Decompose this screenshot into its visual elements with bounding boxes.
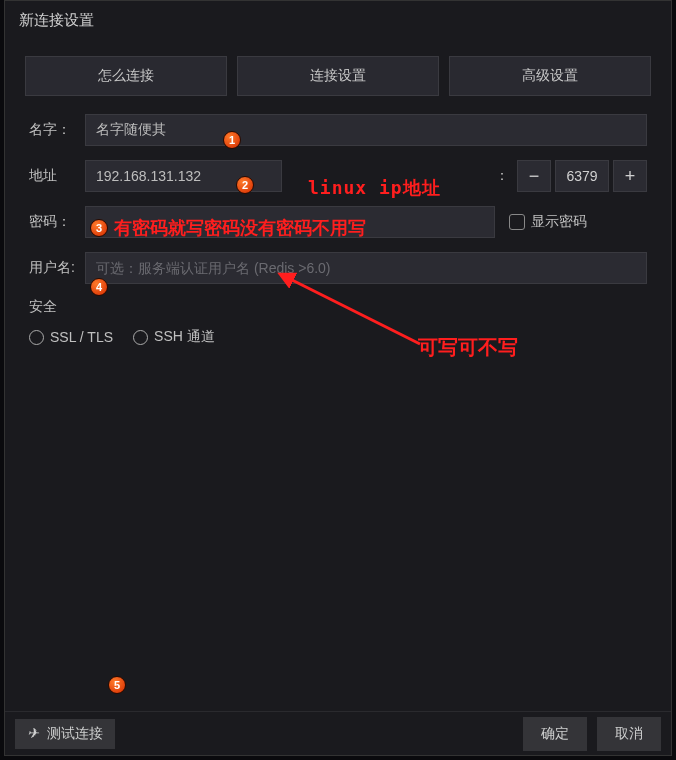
annotation-password-note: 有密码就写密码没有密码不用写	[114, 216, 366, 240]
port-input[interactable]	[555, 160, 609, 192]
tab-how-to-connect[interactable]: 怎么连接	[25, 56, 227, 96]
footer: ✈ 测试连接 确定 取消	[5, 711, 671, 755]
password-label: 密码：	[29, 213, 85, 231]
port-minus-button[interactable]: −	[517, 160, 551, 192]
annotation-badge-2: 2	[236, 176, 254, 194]
name-label: 名字：	[29, 121, 85, 139]
test-icon: ✈	[27, 725, 39, 741]
annotation-arrow-icon	[280, 272, 440, 362]
username-label: 用户名:	[29, 259, 85, 277]
tab-advanced-settings[interactable]: 高级设置	[449, 56, 651, 96]
test-connection-label: 测试连接	[47, 725, 103, 741]
annotation-username-note: 可写可不写	[418, 334, 518, 361]
ssl-tls-radio[interactable]: SSL / TLS	[29, 328, 113, 346]
annotation-badge-4: 4	[90, 278, 108, 296]
tabs: 怎么连接 连接设置 高级设置	[25, 56, 651, 96]
show-password-checkbox[interactable]: 显示密码	[509, 213, 587, 231]
ssl-tls-label: SSL / TLS	[50, 329, 113, 345]
tab-connection-settings[interactable]: 连接设置	[237, 56, 439, 96]
test-connection-button[interactable]: ✈ 测试连接	[15, 719, 115, 749]
annotation-badge-3: 3	[90, 219, 108, 237]
cancel-button[interactable]: 取消	[597, 717, 661, 751]
port-separator: ：	[495, 167, 509, 185]
dialog: 新连接设置 怎么连接 连接设置 高级设置 名字： 地址 ： − + 密码： 显示…	[4, 0, 672, 756]
annotation-badge-5: 5	[108, 676, 126, 694]
show-password-label: 显示密码	[531, 213, 587, 231]
annotation-ip-note: linux ip地址	[308, 176, 441, 200]
ssh-tunnel-radio[interactable]: SSH 通道	[133, 328, 215, 346]
radio-circle-icon	[29, 330, 44, 345]
row-name: 名字：	[29, 114, 647, 146]
annotation-badge-1: 1	[223, 131, 241, 149]
svg-line-0	[288, 278, 420, 344]
checkbox-box-icon	[509, 214, 525, 230]
address-label: 地址	[29, 167, 85, 185]
radio-circle-icon	[133, 330, 148, 345]
name-input[interactable]	[85, 114, 647, 146]
dialog-title: 新连接设置	[5, 1, 671, 40]
port-plus-button[interactable]: +	[613, 160, 647, 192]
ok-button[interactable]: 确定	[523, 717, 587, 751]
ssh-tunnel-label: SSH 通道	[154, 328, 215, 346]
